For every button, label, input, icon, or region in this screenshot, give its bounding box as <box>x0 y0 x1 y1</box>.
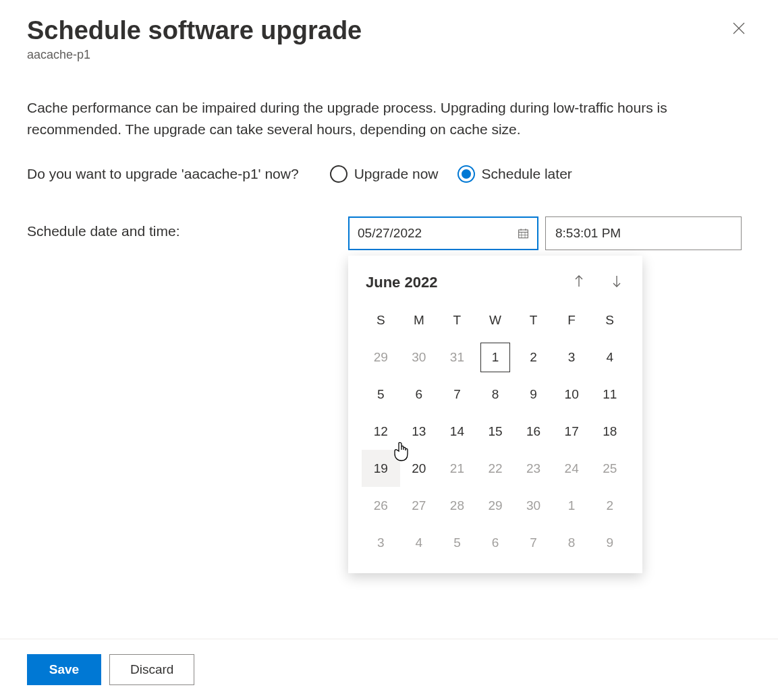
calendar-day[interactable]: 29 <box>362 339 400 376</box>
calendar-day[interactable]: 13 <box>400 413 439 450</box>
calendar-day[interactable]: 29 <box>476 487 515 524</box>
weekday-header: S <box>590 308 629 333</box>
calendar-day[interactable]: 2 <box>514 339 553 376</box>
calendar-day[interactable]: 9 <box>590 524 629 561</box>
time-input[interactable] <box>555 226 715 241</box>
radio-circle-checked-icon <box>457 165 475 183</box>
calendar-day[interactable]: 15 <box>476 413 515 450</box>
weekday-header: W <box>476 308 515 333</box>
calendar-day[interactable]: 3 <box>553 339 591 376</box>
calendar-popup: June 2022 <box>348 256 642 573</box>
calendar-day[interactable]: 26 <box>362 487 400 524</box>
radio-upgrade-now[interactable]: Upgrade now <box>330 165 439 183</box>
calendar-day[interactable]: 30 <box>514 487 553 524</box>
description-text: Cache performance can be impaired during… <box>27 97 751 140</box>
calendar-day[interactable]: 8 <box>476 376 515 413</box>
calendar-day[interactable]: 8 <box>553 524 591 561</box>
calendar-day[interactable]: 17 <box>553 413 591 450</box>
svg-rect-2 <box>519 230 528 238</box>
date-input[interactable] <box>358 226 518 241</box>
calendar-day[interactable]: 30 <box>400 339 439 376</box>
calendar-day[interactable]: 5 <box>438 524 476 561</box>
weekday-header: T <box>514 308 553 333</box>
resource-name: aacache-p1 <box>27 48 751 62</box>
calendar-day[interactable]: 2 <box>590 487 629 524</box>
arrow-down-icon <box>611 274 622 288</box>
calendar-day[interactable]: 1 <box>553 487 591 524</box>
calendar-day[interactable]: 28 <box>438 487 476 524</box>
schedule-datetime-label: Schedule date and time: <box>27 216 317 239</box>
close-icon <box>732 22 746 35</box>
calendar-day[interactable]: 22 <box>476 450 515 487</box>
calendar-day[interactable]: 6 <box>476 524 515 561</box>
calendar-day[interactable]: 7 <box>438 376 476 413</box>
calendar-day[interactable]: 31 <box>438 339 476 376</box>
radio-circle-icon <box>330 165 348 183</box>
calendar-day[interactable]: 24 <box>553 450 591 487</box>
calendar-day[interactable]: 4 <box>400 524 439 561</box>
calendar-day[interactable]: 7 <box>514 524 553 561</box>
calendar-day[interactable]: 12 <box>362 413 400 450</box>
calendar-day[interactable]: 3 <box>362 524 400 561</box>
calendar-day[interactable]: 11 <box>590 376 629 413</box>
radio-dot-icon <box>462 169 471 179</box>
footer-actions: Save Discard <box>0 639 778 700</box>
weekday-header: T <box>438 308 476 333</box>
calendar-icon[interactable] <box>518 227 529 240</box>
calendar-day[interactable]: 6 <box>400 376 439 413</box>
calendar-day[interactable]: 23 <box>514 450 553 487</box>
calendar-day[interactable]: 4 <box>590 339 629 376</box>
prev-month-button[interactable] <box>571 272 587 293</box>
discard-button[interactable]: Discard <box>109 654 194 685</box>
page-title: Schedule software upgrade <box>27 16 362 45</box>
calendar-day[interactable]: 25 <box>590 450 629 487</box>
calendar-day[interactable]: 1 <box>476 339 515 376</box>
save-button[interactable]: Save <box>27 654 101 685</box>
calendar-day[interactable]: 14 <box>438 413 476 450</box>
calendar-day[interactable]: 20 <box>400 450 439 487</box>
calendar-month-year[interactable]: June 2022 <box>366 274 437 291</box>
arrow-up-icon <box>574 274 584 288</box>
next-month-button[interactable] <box>609 272 625 293</box>
upgrade-option-group: Upgrade now Schedule later <box>330 164 572 183</box>
date-input-wrapper[interactable] <box>348 216 538 250</box>
time-input-wrapper[interactable] <box>545 216 742 250</box>
calendar-day[interactable]: 27 <box>400 487 439 524</box>
close-button[interactable] <box>727 16 751 43</box>
calendar-day[interactable]: 16 <box>514 413 553 450</box>
calendar-day[interactable]: 9 <box>514 376 553 413</box>
weekday-header: S <box>362 308 400 333</box>
calendar-day[interactable]: 19 <box>362 450 400 487</box>
weekday-header: F <box>553 308 591 333</box>
calendar-day[interactable]: 10 <box>553 376 591 413</box>
calendar-day[interactable]: 18 <box>590 413 629 450</box>
weekday-header: M <box>400 308 439 333</box>
calendar-day[interactable]: 21 <box>438 450 476 487</box>
upgrade-question-label: Do you want to upgrade 'aacache-p1' now? <box>27 164 299 184</box>
radio-schedule-later[interactable]: Schedule later <box>457 165 572 183</box>
calendar-day[interactable]: 5 <box>362 376 400 413</box>
radio-upgrade-now-label: Upgrade now <box>354 166 439 182</box>
radio-schedule-later-label: Schedule later <box>482 166 572 182</box>
